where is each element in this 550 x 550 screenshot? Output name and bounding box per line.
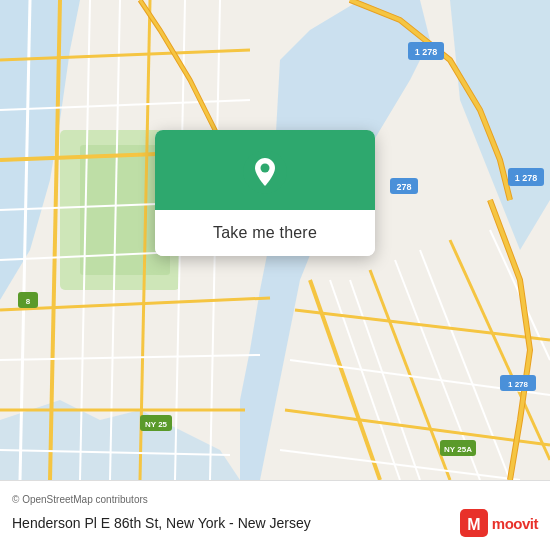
svg-text:NY 25: NY 25 — [145, 420, 168, 429]
svg-text:M: M — [467, 516, 480, 533]
card-icon-area — [155, 130, 375, 210]
svg-text:278: 278 — [396, 182, 411, 192]
svg-text:NY 25A: NY 25A — [444, 445, 472, 454]
location-name: Henderson Pl E 86th St, New York - New J… — [12, 515, 311, 531]
moovit-icon: M — [460, 509, 488, 537]
take-me-there-button[interactable]: Take me there — [155, 210, 375, 256]
svg-point-46 — [261, 164, 270, 173]
map-view[interactable]: 1 278 1 278 278 NY 25 NY 25A 8 1 278 — [0, 0, 550, 480]
location-card: Take me there — [155, 130, 375, 256]
svg-text:1 278: 1 278 — [415, 47, 438, 57]
location-pin-icon — [243, 150, 287, 194]
moovit-logo[interactable]: M moovit — [460, 509, 538, 537]
moovit-text: moovit — [492, 515, 538, 532]
svg-text:1 278: 1 278 — [515, 173, 538, 183]
svg-text:8: 8 — [26, 297, 31, 306]
svg-text:1 278: 1 278 — [508, 380, 529, 389]
location-row: Henderson Pl E 86th St, New York - New J… — [12, 509, 538, 537]
bottom-bar: © OpenStreetMap contributors Henderson P… — [0, 480, 550, 550]
copyright-text: © OpenStreetMap contributors — [12, 494, 538, 505]
